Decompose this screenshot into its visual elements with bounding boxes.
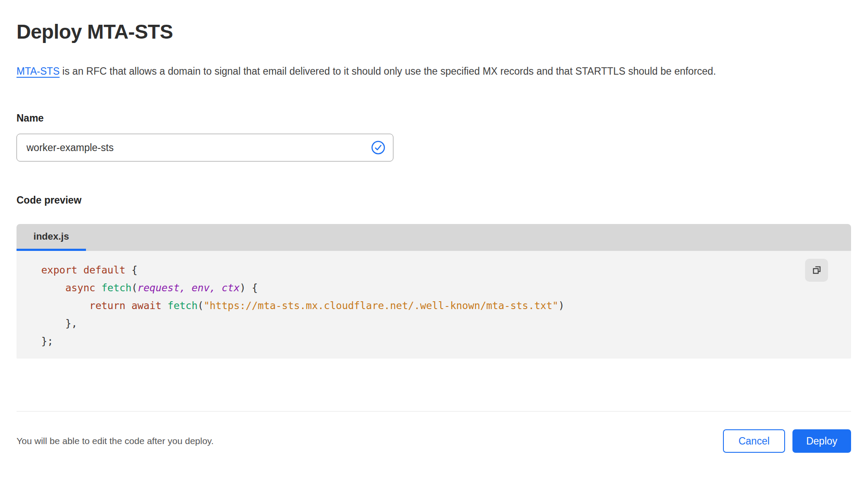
name-input-wrap: [17, 134, 393, 161]
page-title: Deploy MTA-STS: [17, 19, 851, 44]
code-line: return await fetch("https://mta-sts.mx.c…: [41, 297, 799, 315]
tab-index-js[interactable]: index.js: [17, 224, 86, 251]
code-line: };: [41, 333, 799, 350]
code-line: },: [41, 315, 799, 333]
copy-icon: [811, 264, 822, 277]
footer: You will be able to edit the code after …: [17, 429, 851, 453]
deploy-button[interactable]: Deploy: [792, 429, 851, 453]
cancel-button[interactable]: Cancel: [723, 429, 785, 453]
footer-actions: Cancel Deploy: [723, 429, 851, 453]
name-label: Name: [17, 112, 851, 124]
code-block: export default { async fetch(request, en…: [41, 261, 799, 350]
code-preview-card: index.js export default { async fetch(re…: [17, 224, 851, 359]
code-area: export default { async fetch(request, en…: [17, 251, 851, 359]
description-rest: is an RFC that allows a domain to signal…: [59, 66, 716, 77]
footer-note: You will be able to edit the code after …: [17, 436, 214, 446]
footer-divider: [17, 411, 851, 412]
name-input[interactable]: [17, 134, 393, 161]
code-line: async fetch(request, env, ctx) {: [41, 279, 799, 297]
code-line: export default {: [41, 261, 799, 279]
description-text: MTA-STS is an RFC that allows a domain t…: [17, 62, 846, 81]
copy-code-button[interactable]: [805, 259, 828, 282]
check-circle-icon: [371, 140, 386, 155]
code-preview-label: Code preview: [17, 194, 851, 206]
deploy-mta-sts-page: Deploy MTA-STS MTA-STS is an RFC that al…: [0, 0, 868, 494]
code-tab-bar: index.js: [17, 224, 851, 251]
mta-sts-link[interactable]: MTA-STS: [17, 66, 59, 77]
